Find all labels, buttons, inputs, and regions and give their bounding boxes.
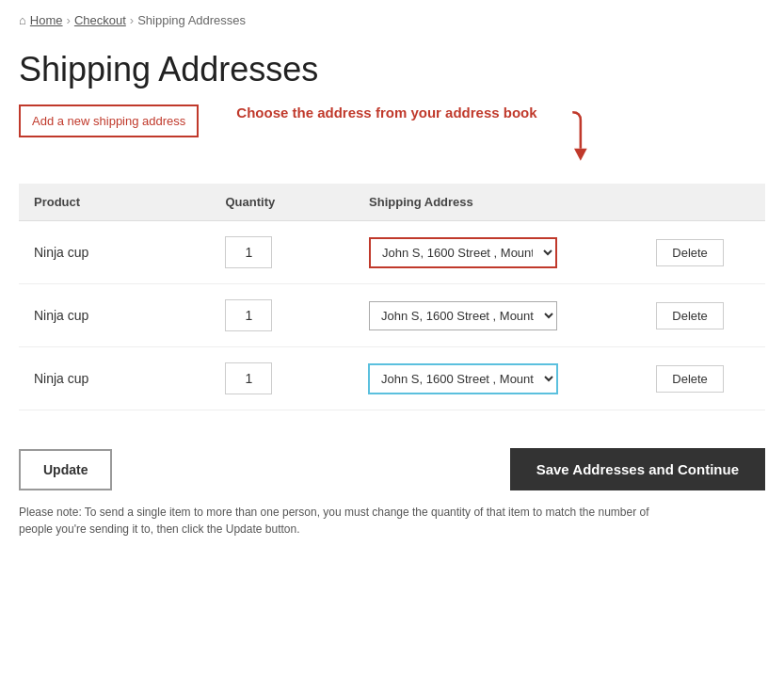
breadcrumb: ⌂ Home › Checkout › Shipping Addresses [0,0,784,40]
quantity-value: 1 [225,299,272,331]
breadcrumb-current: Shipping Addresses [137,13,246,27]
breadcrumb-sep-2: › [130,13,134,27]
shipping-address-table: Product Quantity Shipping Address Ninja … [19,184,765,410]
shipping-address-cell[interactable]: John S, 1600 Street , Mounta [354,347,641,410]
col-header-shipping-address: Shipping Address [354,184,641,221]
delete-cell[interactable]: Delete [641,347,765,410]
address-select[interactable]: John S, 1600 Street , Mounta [369,301,557,330]
product-name: Ninja cup [19,221,210,284]
table-row: Ninja cup1John S, 1600 Street , MountaDe… [19,284,765,347]
address-select[interactable]: John S, 1600 Street , Mounta [369,237,557,268]
quantity-cell: 1 [210,221,354,284]
update-button[interactable]: Update [19,449,112,490]
breadcrumb-sep-1: › [67,13,71,27]
delete-button[interactable]: Delete [656,302,724,329]
table-row: Ninja cup1John S, 1600 Street , MountaDe… [19,347,765,410]
product-name: Ninja cup [19,284,210,347]
col-header-quantity: Quantity [210,184,354,221]
quantity-cell: 1 [210,284,354,347]
product-name: Ninja cup [19,347,210,410]
breadcrumb-home[interactable]: Home [30,13,63,27]
home-icon: ⌂ [19,13,26,27]
footer-actions: Update Save Addresses and Continue [19,439,765,490]
save-addresses-continue-button[interactable]: Save Addresses and Continue [510,448,765,490]
delete-cell[interactable]: Delete [641,284,765,347]
page-title: Shipping Addresses [19,50,765,89]
table-row: Ninja cup1John S, 1600 Street , MountaDe… [19,221,765,284]
quantity-cell: 1 [210,347,354,410]
address-select[interactable]: John S, 1600 Street , Mounta [369,364,557,394]
delete-button[interactable]: Delete [656,239,724,266]
col-header-product: Product [19,184,210,221]
col-header-action [641,184,765,221]
note-text: Please note: To send a single item to mo… [19,504,678,538]
quantity-value: 1 [225,236,272,268]
shipping-address-cell[interactable]: John S, 1600 Street , Mounta [354,284,641,347]
delete-cell[interactable]: Delete [641,221,765,284]
delete-button[interactable]: Delete [656,365,724,393]
callout-text: Choose the address from your address boo… [236,104,536,121]
svg-marker-0 [574,149,587,161]
shipping-address-cell[interactable]: John S, 1600 Street , Mounta [354,221,641,284]
breadcrumb-checkout[interactable]: Checkout [74,13,126,27]
quantity-value: 1 [225,362,272,394]
arrow-annotation [545,108,592,165]
add-shipping-address-link[interactable]: Add a new shipping address [19,104,199,137]
